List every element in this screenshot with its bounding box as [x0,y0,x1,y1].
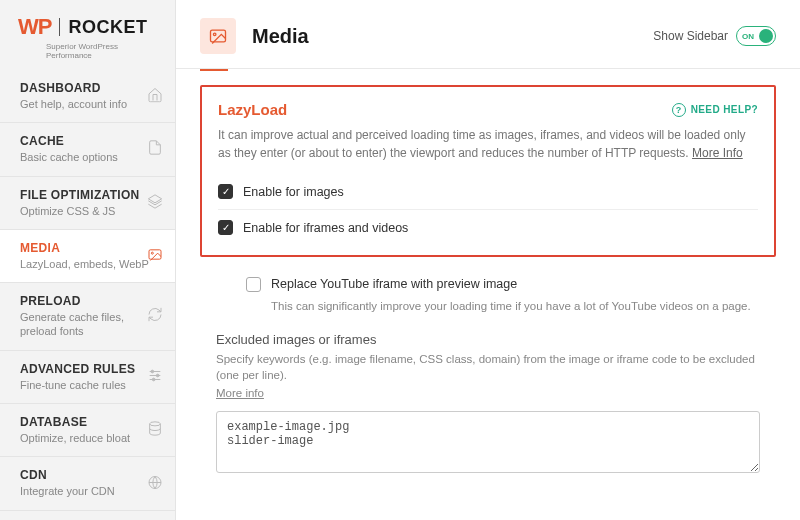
sliders-icon [147,367,163,386]
svg-point-5 [151,370,154,373]
svg-point-8 [150,422,161,426]
option-enable-iframes: ✓ Enable for iframes and videos [218,210,758,245]
nav-title: FILE OPTIMIZATION [20,188,161,202]
option-enable-images: ✓ Enable for images [218,174,758,210]
nav-desc: Get help, account info [20,97,161,111]
nav-title: ADVANCED RULES [20,362,161,376]
excluded-title: Excluded images or iframes [216,332,760,347]
nav-title: DATABASE [20,415,161,429]
show-sidebar-toggle[interactable]: ON [736,26,776,46]
svg-point-7 [152,378,155,381]
database-icon [147,421,163,440]
globe-icon [147,474,163,493]
file-icon [147,140,163,159]
lazyload-section: LazyLoad ? NEED HELP? It can improve act… [200,85,776,257]
nav-title: CACHE [20,134,161,148]
page-title: Media [252,25,653,48]
media-header-icon [200,18,236,54]
nav-desc: Basic cache options [20,150,161,164]
sidebar-item-preload[interactable]: PRELOAD Generate cache files, preload fo… [0,283,175,351]
sidebar-item-media[interactable]: MEDIA LazyLoad, embeds, WebP [0,230,175,283]
need-help-button[interactable]: ? NEED HELP? [672,103,758,117]
nav-desc: Optimize CSS & JS [20,204,161,218]
nav-desc: Generate cache files, preload fonts [20,310,161,339]
logo-text: ROCKET [68,17,147,38]
nav-title: MEDIA [20,241,161,255]
show-sidebar-control: Show Sidebar ON [653,26,776,46]
show-sidebar-label: Show Sidebar [653,29,728,43]
logo-tagline: Superior WordPress Performance [46,42,163,60]
nav-desc: LazyLoad, embeds, WebP [20,257,161,271]
toggle-knob [759,29,773,43]
sidebar-item-advanced-rules[interactable]: ADVANCED RULES Fine-tune cache rules [0,351,175,404]
content: LazyLoad ? NEED HELP? It can improve act… [176,71,800,520]
toggle-state-label: ON [742,32,754,41]
checkbox-enable-iframes[interactable]: ✓ [218,220,233,235]
nav-desc: Integrate your CDN [20,484,161,498]
sidebar-item-database[interactable]: DATABASE Optimize, reduce bloat [0,404,175,457]
nav-title: CDN [20,468,161,482]
help-icon: ? [672,103,686,117]
logo: WP ROCKET Superior WordPress Performance [0,0,175,70]
nav: DASHBOARD Get help, account info CACHE B… [0,70,175,520]
youtube-suboption: Replace YouTube iframe with preview imag… [200,265,776,326]
home-icon [147,87,163,106]
logo-divider [59,18,60,36]
section-description: It can improve actual and perceived load… [218,126,758,162]
layers-icon [147,193,163,212]
excluded-description: Specify keywords (e.g. image filename, C… [216,351,760,383]
page-header: Media Show Sidebar ON [176,0,800,69]
sidebar: WP ROCKET Superior WordPress Performance… [0,0,176,520]
logo-mark: WP [18,14,51,40]
checkbox-label: Enable for iframes and videos [243,221,408,235]
youtube-hint: This can significantly improve your load… [271,300,760,312]
main: Media Show Sidebar ON LazyLoad ? NEED HE… [176,0,800,520]
refresh-icon [147,307,163,326]
nav-desc: Optimize, reduce bloat [20,431,161,445]
nav-title: PRELOAD [20,294,161,308]
sidebar-item-dashboard[interactable]: DASHBOARD Get help, account info [0,70,175,123]
nav-title: DASHBOARD [20,81,161,95]
checkbox-youtube-preview[interactable] [246,277,261,292]
need-help-label: NEED HELP? [691,104,758,115]
image-icon [147,247,163,266]
checkbox-label: Replace YouTube iframe with preview imag… [271,277,517,291]
checkbox-enable-images[interactable]: ✓ [218,184,233,199]
more-info-link[interactable]: More Info [692,146,743,160]
svg-point-11 [213,33,216,36]
section-title: LazyLoad [218,101,287,118]
excluded-more-info-link[interactable]: More info [216,387,264,399]
sidebar-item-file-optimization[interactable]: FILE OPTIMIZATION Optimize CSS & JS [0,177,175,230]
sidebar-item-cdn[interactable]: CDN Integrate your CDN [0,457,175,510]
checkbox-label: Enable for images [243,185,344,199]
svg-point-1 [151,252,153,254]
excluded-textarea[interactable] [216,411,760,473]
sidebar-item-cache[interactable]: CACHE Basic cache options [0,123,175,176]
svg-point-6 [156,374,159,377]
excluded-section: Excluded images or iframes Specify keywo… [200,326,776,482]
nav-desc: Fine-tune cache rules [20,378,161,392]
